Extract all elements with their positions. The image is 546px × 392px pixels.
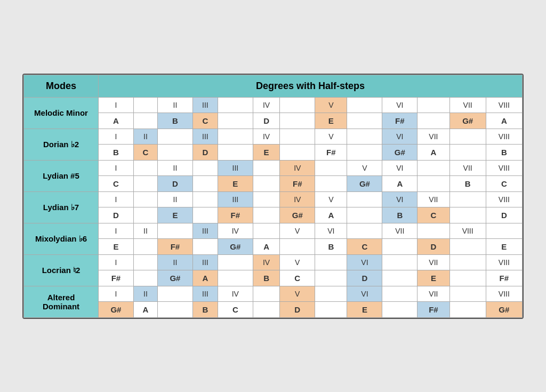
degree-roman [158,223,193,238]
degree-note: E [315,113,347,129]
mode-name: Mixolydian ♭6 [24,223,99,254]
degree-roman: VII [417,286,449,301]
degree-note: G# [382,144,417,160]
roman-row: Altered DominantIIIIIIIVVVIVIIVIII [24,286,523,301]
degree-note [253,301,280,317]
degree-roman [347,129,382,144]
degree-roman: VIII [486,286,522,301]
degree-roman [133,254,157,270]
note-row: BCDEF#G#AB [24,144,523,160]
degree-roman: III [192,286,218,301]
degree-roman: V [315,129,347,144]
degree-note [315,175,347,191]
degree-roman: V [280,223,315,238]
degree-roman: II [158,160,193,175]
degree-note: F# [99,270,134,286]
degree-roman: IV [280,191,315,207]
degree-note [382,301,417,317]
degree-note [158,301,193,317]
degree-roman: I [99,191,134,207]
degree-note: C [133,144,157,160]
degree-roman [382,254,417,270]
degree-note: A [133,301,157,317]
note-row: CDEF#G#ABC [24,175,523,191]
degree-roman [158,286,193,301]
degree-note [347,113,382,129]
degree-roman [486,223,522,238]
degree-roman [347,223,382,238]
degree-note: C [486,175,522,191]
degree-roman: VI [315,223,347,238]
degree-note [280,144,315,160]
degree-roman: V [315,191,347,207]
degree-roman [417,223,449,238]
degree-note: A [99,113,134,129]
degree-note [347,144,382,160]
note-row: ABCDEF#G#A [24,113,523,129]
roman-row: Melodic MinorIIIIIIIVVVIVIIVIII [24,97,523,113]
degree-roman: VIII [486,97,522,113]
degree-roman: VII [449,97,486,113]
degree-note [133,238,157,254]
degree-roman: II [158,254,193,270]
degree-note [158,144,193,160]
degree-note: A [382,175,417,191]
degree-note: F# [218,207,253,223]
degree-roman [280,97,315,113]
degree-note: F# [486,270,522,286]
degree-note: E [218,175,253,191]
degree-roman [280,129,315,144]
degree-roman: VI [382,129,417,144]
degree-roman [253,286,280,301]
degree-note [280,238,315,254]
degree-note [133,207,157,223]
degree-note: A [315,207,347,223]
note-row: G#ABCDEF#G# [24,301,523,317]
degree-note: F# [315,144,347,160]
degree-note: D [347,270,382,286]
degree-roman: VIII [449,223,486,238]
roman-row: Dorian ♭2IIIIIIIVVVIVIIVIII [24,129,523,144]
degree-note [192,207,218,223]
degree-roman [253,160,280,175]
degree-roman: II [133,129,157,144]
degree-roman: V [315,97,347,113]
degree-note: E [158,207,193,223]
degree-roman: V [280,286,315,301]
degree-roman [449,191,486,207]
degree-roman [347,191,382,207]
degree-note: A [417,144,449,160]
degree-note: B [253,270,280,286]
degree-roman: III [192,223,218,238]
degree-roman [158,129,193,144]
mode-name: Lydian ♭7 [24,191,99,223]
degree-note: C [192,113,218,129]
degree-roman: VI [347,254,382,270]
degree-note [382,238,417,254]
degree-note [449,207,486,223]
degree-roman: V [347,160,382,175]
degree-roman: IV [253,97,280,113]
degree-roman: IV [218,223,253,238]
degree-note: D [99,207,134,223]
degree-roman: III [192,97,218,113]
degree-roman [192,191,218,207]
degree-note [315,301,347,317]
degree-roman [253,191,280,207]
degree-roman [218,97,253,113]
degree-note [449,238,486,254]
degree-roman [218,254,253,270]
degree-note: C [417,207,449,223]
degree-note: F# [280,175,315,191]
degree-roman [218,129,253,144]
mode-name: Lydian #5 [24,160,99,191]
degree-note [218,113,253,129]
degree-note [449,301,486,317]
degree-roman: I [99,254,134,270]
degree-note: E [347,301,382,317]
degree-note: G# [347,175,382,191]
degree-note: E [99,238,134,254]
roman-row: Lydian #5IIIIIIIVVVIVIIVIII [24,160,523,175]
degree-note: B [315,238,347,254]
degree-note [253,175,280,191]
